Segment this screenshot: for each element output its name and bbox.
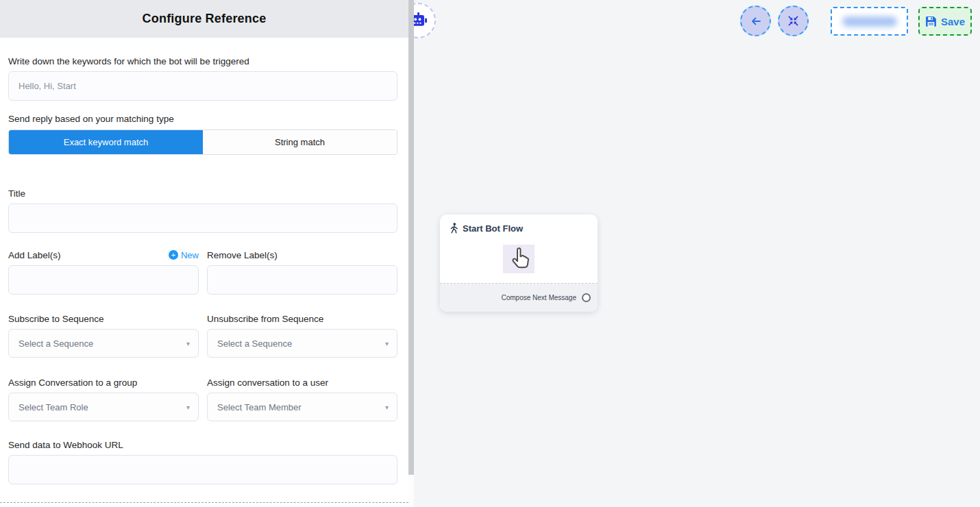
add-labels-input[interactable] <box>8 265 199 295</box>
scrollbar-thumb[interactable] <box>408 0 414 475</box>
add-labels-label: Add Label(s) <box>8 250 61 260</box>
assign-user-label: Assign conversation to a user <box>207 378 328 388</box>
blurred-button-text <box>842 16 897 27</box>
panel-scrollbar <box>408 0 414 507</box>
matching-type-toggle: Exact keyword match String match <box>8 129 397 155</box>
panel-bottom-divider <box>0 502 408 503</box>
assign-group-label: Assign Conversation to a group <box>8 378 137 388</box>
connection-handle[interactable] <box>582 293 591 302</box>
hand-cursor-icon <box>508 246 532 272</box>
assign-group-value: Select Team Role <box>19 402 88 412</box>
assign-group-select[interactable]: Select Team Role ▾ <box>8 393 199 421</box>
new-label-link[interactable]: + New <box>169 250 199 260</box>
fit-view-button[interactable] <box>778 5 809 36</box>
chevron-down-icon: ▾ <box>186 340 190 347</box>
keywords-input[interactable] <box>8 71 397 101</box>
back-button[interactable] <box>740 5 771 36</box>
remove-labels-input[interactable] <box>207 265 397 295</box>
subscribe-sequence-select[interactable]: Select a Sequence ▾ <box>8 329 199 358</box>
chevron-down-icon: ▾ <box>385 340 389 347</box>
node-title: Start Bot Flow <box>463 223 523 234</box>
save-button-label: Save <box>941 16 965 27</box>
page-title: Configure Reference <box>143 12 267 26</box>
walking-person-icon <box>450 223 458 234</box>
title-input[interactable] <box>8 203 397 233</box>
unsubscribe-sequence-label: Unsubscribe from Sequence <box>207 314 323 324</box>
node-header: Start Bot Flow <box>440 214 598 234</box>
start-bot-flow-node[interactable]: Start Bot Flow Compose Next Message <box>440 214 598 312</box>
unsubscribe-sequence-value: Select a Sequence <box>217 338 292 349</box>
unsubscribe-sequence-select[interactable]: Select a Sequence ▾ <box>207 329 397 358</box>
assign-user-select[interactable]: Select Team Member ▾ <box>207 393 397 421</box>
chevron-down-icon: ▾ <box>186 404 190 411</box>
plus-icon: + <box>169 250 178 260</box>
subscribe-sequence-value: Select a Sequence <box>19 338 93 349</box>
flow-canvas[interactable]: Start Bot Flow Compose Next Message <box>414 0 980 507</box>
title-label: Title <box>8 188 397 199</box>
chevron-down-icon: ▾ <box>385 404 389 411</box>
remove-labels-label: Remove Label(s) <box>207 250 278 260</box>
configure-reference-panel: Configure Reference Write down the keywo… <box>0 0 408 507</box>
save-floppy-icon <box>925 16 937 27</box>
compose-next-message-label: Compose Next Message <box>502 294 577 301</box>
exact-keyword-match-option[interactable]: Exact keyword match <box>9 130 203 154</box>
panel-header: Configure Reference <box>0 0 408 38</box>
string-match-option[interactable]: String match <box>203 130 397 154</box>
new-link-text: New <box>181 250 199 260</box>
blurred-action-button[interactable] <box>831 7 908 36</box>
matching-type-label: Send reply based on your matching type <box>8 114 397 124</box>
webhook-url-label: Send data to Webhook URL <box>8 440 397 450</box>
compress-arrows-icon <box>787 15 799 27</box>
assign-user-value: Select Team Member <box>217 402 302 412</box>
subscribe-sequence-label: Subscribe to Sequence <box>8 314 104 324</box>
keywords-label: Write down the keywords for which the bo… <box>8 56 397 66</box>
webhook-url-input[interactable] <box>8 455 397 484</box>
arrow-left-icon <box>749 14 763 28</box>
node-footer: Compose Next Message <box>440 284 598 312</box>
save-button[interactable]: Save <box>918 7 972 36</box>
